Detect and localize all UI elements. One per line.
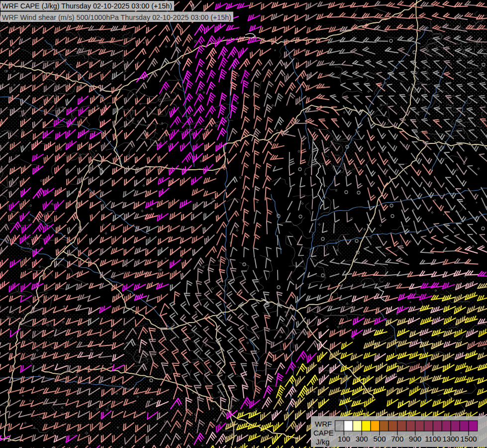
- svg-text:CAPE: CAPE: [313, 429, 334, 437]
- svg-text:1100: 1100: [425, 435, 441, 443]
- svg-text:1300: 1300: [443, 435, 459, 443]
- svg-text:900: 900: [409, 435, 421, 443]
- svg-text:WRF Wind shear (m/s) 500/1000h: WRF Wind shear (m/s) 500/1000hPa Thursda…: [2, 13, 231, 21]
- svg-text:WRF: WRF: [315, 420, 332, 428]
- svg-text:300: 300: [356, 435, 368, 443]
- svg-text:700: 700: [391, 435, 403, 443]
- svg-text:J/kg: J/kg: [316, 438, 330, 446]
- svg-text:1500: 1500: [460, 435, 477, 443]
- svg-text:500: 500: [373, 435, 386, 443]
- svg-text:100: 100: [338, 435, 350, 443]
- svg-text:WRF CAPE (J/kg) Thursday 02-10: WRF CAPE (J/kg) Thursday 02-10-2025 03:0…: [2, 1, 172, 10]
